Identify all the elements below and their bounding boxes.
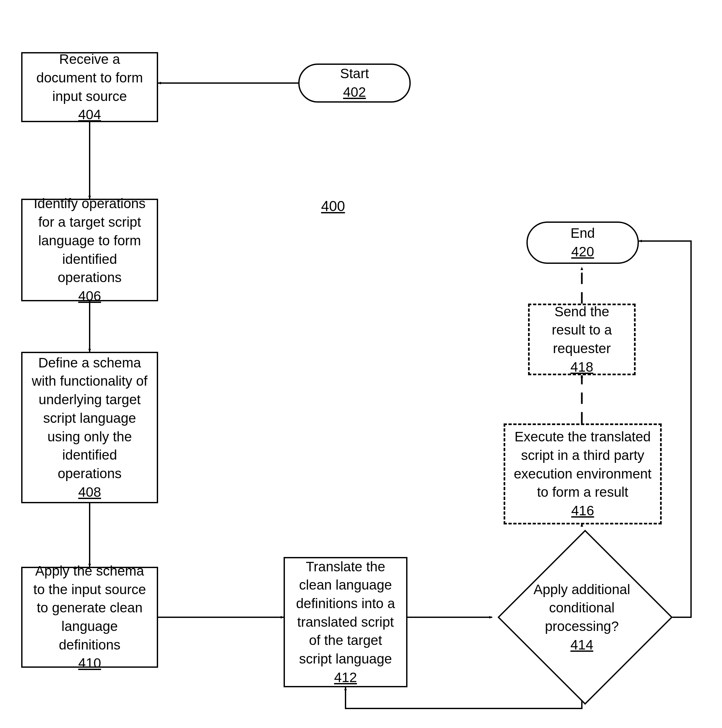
apply-label: Apply the schema to the input source to … — [29, 562, 150, 654]
terminator-start: Start 402 — [298, 64, 411, 102]
process-identify: Identify operations for a target script … — [21, 199, 158, 301]
process-apply: Apply the schema to the input source to … — [21, 567, 158, 668]
end-ref: 420 — [571, 243, 594, 261]
send-ref: 418 — [570, 358, 593, 376]
process-execute: Execute the translated script in a third… — [504, 424, 662, 525]
process-receive: Receive a document to form input source … — [21, 52, 158, 122]
define-ref: 408 — [78, 483, 101, 502]
translate-ref: 412 — [334, 668, 357, 687]
flowchart-canvas: Start 402 Receive a document to form inp… — [0, 0, 722, 728]
identify-label: Identify operations for a target script … — [29, 194, 150, 287]
translate-label: Translate the clean language definitions… — [291, 558, 400, 668]
execute-ref: 416 — [571, 502, 594, 520]
identify-ref: 406 — [78, 287, 101, 306]
receive-label: Receive a document to form input source — [29, 50, 150, 106]
apply-ref: 410 — [78, 654, 101, 673]
process-translate: Translate the clean language definitions… — [284, 557, 408, 687]
decision-apply-additional: Apply additional conditional processing?… — [492, 546, 671, 689]
define-label: Define a schema with functionality of un… — [29, 354, 150, 483]
process-send: Send the result to a requester 418 — [528, 304, 636, 375]
terminator-end: End 420 — [526, 222, 639, 264]
figure-ref-text: 400 — [321, 198, 345, 214]
decision-label: Apply additional conditional processing? — [515, 580, 648, 636]
receive-ref: 404 — [78, 106, 101, 124]
figure-reference: 400 — [321, 198, 345, 214]
send-label: Send the result to a requester — [536, 303, 627, 358]
decision-ref: 414 — [570, 636, 593, 655]
process-define: Define a schema with functionality of un… — [21, 352, 158, 503]
end-label: End — [570, 224, 595, 243]
start-label: Start — [340, 64, 369, 83]
execute-label: Execute the translated script in a third… — [512, 428, 653, 502]
start-ref: 402 — [343, 83, 366, 102]
